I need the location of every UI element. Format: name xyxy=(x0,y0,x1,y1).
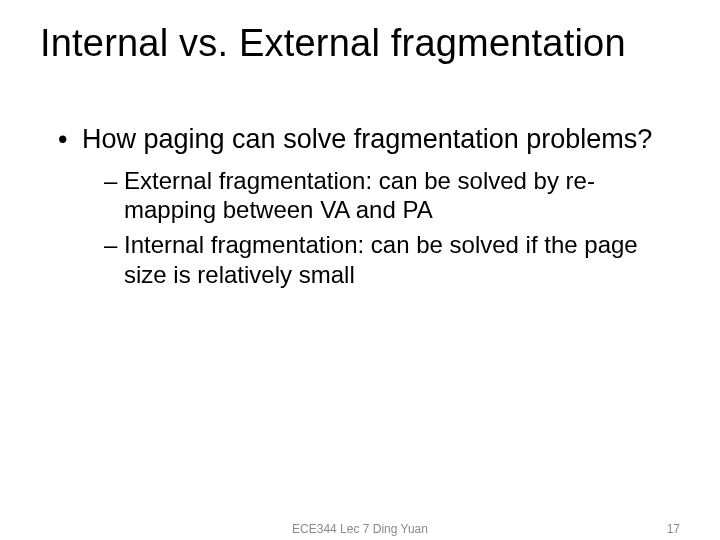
sub-bullet-item: Internal fragmentation: can be solved if… xyxy=(104,230,680,289)
sub-bullet-list: External fragmentation: can be solved by… xyxy=(82,166,680,289)
bullet-list: How paging can solve fragmentation probl… xyxy=(58,123,680,289)
slide-body: How paging can solve fragmentation probl… xyxy=(40,123,680,289)
slide-title: Internal vs. External fragmentation xyxy=(40,22,680,65)
sub-bullet-label: External fragmentation xyxy=(124,167,365,194)
sub-bullet-label: Internal fragmentation xyxy=(124,231,357,258)
sub-bullet-item: External fragmentation: can be solved by… xyxy=(104,166,680,225)
slide: Internal vs. External fragmentation How … xyxy=(0,0,720,540)
bullet-item: How paging can solve fragmentation probl… xyxy=(58,123,680,289)
footer-center-text: ECE344 Lec 7 Ding Yuan xyxy=(292,522,428,536)
page-number: 17 xyxy=(667,522,680,536)
bullet-text: How paging can solve fragmentation probl… xyxy=(82,124,652,154)
